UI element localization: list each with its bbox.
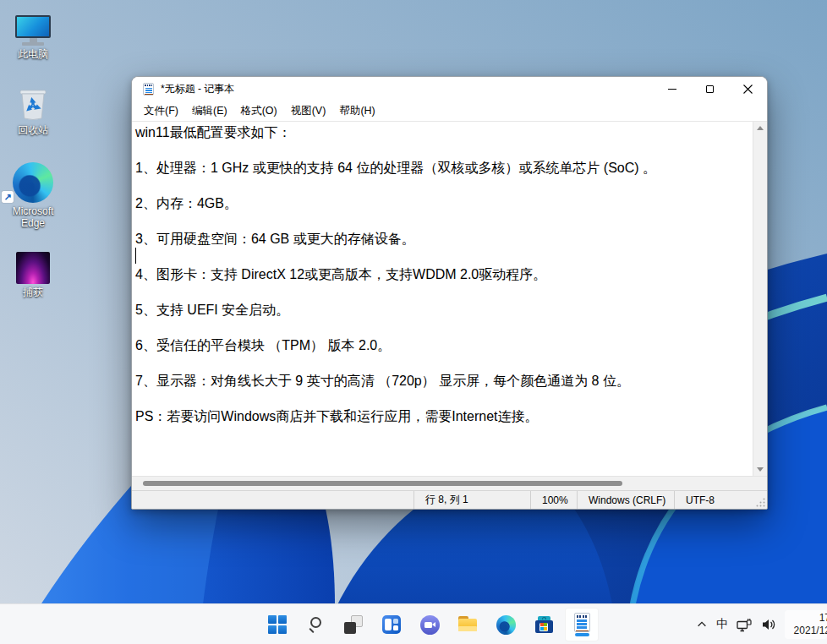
task-view-icon — [344, 615, 363, 634]
scroll-up-icon[interactable] — [757, 126, 764, 130]
resize-grip[interactable] — [752, 491, 767, 509]
close-button[interactable] — [729, 77, 767, 101]
statusbar-line-ending: Windows (CRLF) — [577, 491, 674, 509]
horizontal-scrollbar[interactable] — [132, 476, 767, 490]
menubar: 文件(F) 编辑(E) 格式(O) 视图(V) 帮助(H) — [132, 101, 767, 121]
file-explorer-button[interactable] — [451, 608, 485, 641]
statusbar-spacer — [132, 491, 414, 509]
desktop-icon-recycle-bin[interactable]: 回收站 — [0, 81, 66, 136]
menu-help[interactable]: 帮助(H) — [332, 101, 381, 121]
volume-button[interactable] — [757, 609, 780, 640]
volume-icon — [761, 618, 776, 631]
notepad-app-icon — [143, 83, 154, 96]
text-caret — [135, 248, 136, 264]
maximize-icon — [706, 85, 714, 93]
tray-overflow-button[interactable] — [692, 609, 712, 640]
desktop: 此电脑 回收站 ↗ Microsoft Edge 捕获 — [0, 0, 827, 644]
menu-view[interactable]: 视图(V) — [284, 101, 333, 121]
desktop-icon-label: 回收站 — [0, 124, 66, 136]
desktop-icon-this-pc[interactable]: 此电脑 — [0, 5, 66, 60]
widgets-button[interactable] — [375, 608, 408, 641]
shortcut-arrow-icon: ↗ — [2, 191, 14, 203]
editor-text: win11最低配置要求如下： 1、处理器：1 GHz 或更快的支持 64 位的处… — [132, 122, 753, 427]
chat-button[interactable] — [413, 608, 446, 641]
edge-button[interactable] — [489, 608, 523, 641]
menu-file[interactable]: 文件(F) — [137, 101, 185, 121]
window-title: *无标题 - 记事本 — [161, 82, 234, 96]
chat-icon — [420, 615, 440, 635]
this-pc-icon — [0, 5, 66, 46]
desktop-icon-label: 捕获 — [0, 287, 66, 298]
search-icon — [306, 615, 325, 634]
scroll-down-icon[interactable] — [757, 467, 764, 472]
edge-icon: ↗ — [0, 159, 66, 203]
capture-image-icon — [0, 248, 66, 284]
notepad-taskbar-button[interactable] — [565, 608, 599, 641]
close-icon — [743, 85, 753, 94]
scrollbar-thumb[interactable] — [143, 481, 622, 486]
minimize-button[interactable] — [653, 77, 691, 101]
desktop-icon-label: Microsoft Edge — [0, 205, 66, 229]
search-button[interactable] — [298, 608, 332, 641]
clock-time: 17 — [790, 612, 827, 625]
task-view-button[interactable] — [337, 608, 370, 641]
ime-indicator[interactable]: 中 — [712, 609, 732, 640]
menu-format[interactable]: 格式(O) — [234, 101, 284, 121]
vertical-scrollbar[interactable] — [753, 122, 767, 476]
folder-icon — [458, 616, 477, 633]
minimize-icon — [668, 89, 676, 90]
statusbar-zoom-level: 100% — [530, 491, 577, 509]
store-icon — [535, 616, 553, 633]
network-icon — [737, 618, 753, 632]
desktop-icon-capture[interactable]: 捕获 — [0, 248, 66, 298]
widgets-icon — [382, 615, 401, 634]
clock-date: 2021/12 — [790, 625, 827, 637]
edge-icon — [496, 615, 516, 635]
network-button[interactable] — [732, 609, 757, 640]
notepad-window: *无标题 - 记事本 文件(F) 编辑(E) 格式(O) 视图(V) 帮助(H)… — [131, 76, 768, 510]
taskbar: 中 17 2021/12 — [0, 603, 827, 644]
windows-logo-icon — [268, 615, 287, 634]
running-indicator — [575, 633, 589, 636]
statusbar: 行 8, 列 1 100% Windows (CRLF) UTF-8 — [132, 490, 767, 509]
desktop-icon-edge[interactable]: ↗ Microsoft Edge — [0, 159, 66, 229]
store-button[interactable] — [527, 608, 561, 641]
recycle-bin-icon — [0, 81, 66, 122]
statusbar-encoding: UTF-8 — [674, 491, 752, 509]
menu-edit[interactable]: 编辑(E) — [185, 101, 234, 121]
chevron-up-icon — [696, 619, 708, 630]
start-button[interactable] — [260, 608, 294, 641]
desktop-icon-label: 此电脑 — [0, 48, 66, 60]
text-editor[interactable]: win11最低配置要求如下： 1、处理器：1 GHz 或更快的支持 64 位的处… — [132, 122, 753, 476]
titlebar[interactable]: *无标题 - 记事本 — [132, 77, 767, 101]
clock[interactable]: 17 2021/12 — [780, 609, 827, 640]
scrollbar-corner — [753, 477, 767, 490]
statusbar-cursor-position: 行 8, 列 1 — [414, 491, 530, 509]
maximize-button[interactable] — [691, 77, 729, 101]
notepad-icon — [574, 613, 590, 632]
